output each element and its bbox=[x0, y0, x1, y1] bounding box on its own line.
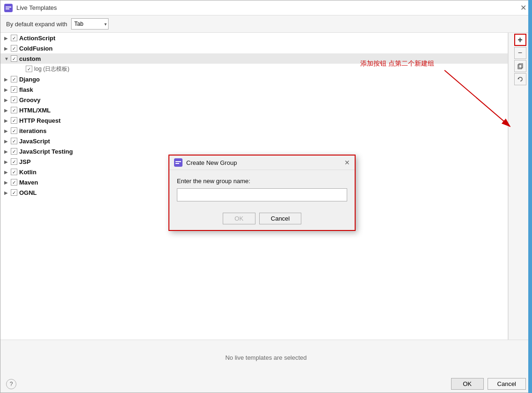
checkbox-javascript[interactable] bbox=[11, 138, 17, 144]
checkbox-coldfusion[interactable] bbox=[11, 45, 17, 52]
expand-arrow-maven: ▶ bbox=[4, 180, 11, 185]
tree-item-actionscript[interactable]: ▶ ActionScript bbox=[0, 33, 508, 43]
svg-rect-11 bbox=[175, 163, 179, 164]
dialog-body: Enter the new group name: bbox=[169, 170, 355, 209]
expand-arrow-jstesting: ▶ bbox=[4, 149, 11, 154]
window-title: Live Templates bbox=[16, 4, 57, 11]
svg-rect-10 bbox=[175, 161, 181, 162]
label-maven: Maven bbox=[19, 179, 38, 186]
tree-item-iterations[interactable]: ▶ iterations bbox=[0, 126, 508, 136]
checkbox-django[interactable] bbox=[11, 76, 17, 82]
svg-rect-3 bbox=[518, 65, 522, 69]
expand-arrow-groovy: ▶ bbox=[4, 97, 11, 103]
expand-arrow-actionscript: ▶ bbox=[4, 36, 11, 41]
checkbox-htmlxml[interactable] bbox=[11, 107, 17, 113]
svg-rect-0 bbox=[4, 4, 13, 12]
title-bar-left: Live Templates bbox=[4, 4, 57, 12]
dialog-buttons: OK Cancel bbox=[169, 209, 355, 230]
copy-icon bbox=[517, 63, 524, 69]
label-log: log (日志模板) bbox=[34, 65, 69, 73]
expand-arrow-httprequest: ▶ bbox=[4, 118, 11, 123]
checkbox-groovy[interactable] bbox=[11, 96, 17, 103]
checkbox-flask[interactable] bbox=[11, 86, 17, 93]
expand-select[interactable]: Tab Enter Space bbox=[71, 18, 109, 30]
undo-button[interactable] bbox=[514, 73, 526, 85]
label-custom: custom bbox=[19, 55, 41, 62]
ok-button[interactable]: OK bbox=[451, 378, 484, 390]
expand-arrow-flask: ▶ bbox=[4, 87, 11, 92]
tree-item-httprequest[interactable]: ▶ HTTP Request bbox=[0, 115, 508, 126]
dialog-title-text: Create New Group bbox=[186, 159, 237, 166]
label-django: Django bbox=[19, 76, 40, 83]
copy-button[interactable] bbox=[514, 60, 526, 72]
toolbar-row: By default expand with Tab Enter Space bbox=[0, 15, 532, 33]
label-ognl: OGNL bbox=[19, 189, 37, 196]
label-groovy: Groovy bbox=[19, 96, 41, 104]
expand-arrow-javascript: ▶ bbox=[4, 139, 11, 144]
expand-select-wrapper[interactable]: Tab Enter Space bbox=[71, 18, 109, 30]
expand-label: By default expand with bbox=[6, 21, 67, 28]
dialog-cancel-button[interactable]: Cancel bbox=[259, 213, 301, 224]
tree-item-django[interactable]: ▶ Django bbox=[0, 74, 508, 84]
bottom-row: ? OK Cancel bbox=[0, 375, 532, 393]
checkbox-jsp[interactable] bbox=[11, 158, 17, 165]
app-icon bbox=[4, 4, 13, 12]
dialog-app-icon bbox=[174, 158, 182, 167]
expand-arrow-django: ▶ bbox=[4, 77, 11, 82]
tree-item-custom[interactable]: ▼ custom bbox=[0, 53, 508, 64]
dialog-label: Enter the new group name: bbox=[177, 178, 347, 185]
tree-item-htmlxml[interactable]: ▶ HTML/XML bbox=[0, 105, 508, 115]
help-button[interactable]: ? bbox=[6, 379, 16, 389]
label-htmlxml: HTML/XML bbox=[19, 107, 51, 114]
tree-item-log[interactable]: log (日志模板) bbox=[0, 64, 508, 74]
remove-button[interactable]: − bbox=[514, 47, 526, 59]
checkbox-maven[interactable] bbox=[11, 179, 17, 185]
label-httprequest: HTTP Request bbox=[19, 117, 61, 124]
tree-item-flask[interactable]: ▶ flask bbox=[0, 84, 508, 95]
expand-arrow-ognl: ▶ bbox=[4, 190, 11, 195]
expand-arrow-htmlxml: ▶ bbox=[4, 108, 11, 113]
checkbox-kotlin[interactable] bbox=[11, 169, 17, 175]
dialog-title-bar: Create New Group ✕ bbox=[169, 156, 355, 170]
expand-arrow-kotlin: ▶ bbox=[4, 170, 11, 175]
expand-arrow-custom: ▼ bbox=[4, 56, 11, 61]
right-color-strip bbox=[528, 0, 532, 393]
expand-arrow-iterations: ▶ bbox=[4, 128, 11, 133]
group-name-input[interactable] bbox=[177, 188, 347, 201]
svg-rect-1 bbox=[6, 7, 11, 7]
checkbox-httprequest[interactable] bbox=[11, 117, 17, 124]
checkbox-custom[interactable] bbox=[11, 55, 17, 62]
tree-item-coldfusion[interactable]: ▶ ColdFusion bbox=[0, 43, 508, 53]
label-actionscript: ActionScript bbox=[19, 35, 55, 42]
checkbox-iterations[interactable] bbox=[11, 127, 17, 134]
cancel-button[interactable]: Cancel bbox=[488, 378, 526, 390]
create-group-dialog: Create New Group ✕ Enter the new group n… bbox=[168, 155, 356, 231]
svg-rect-4 bbox=[519, 64, 523, 68]
svg-rect-9 bbox=[174, 158, 182, 167]
undo-icon bbox=[517, 76, 524, 82]
window-close-button[interactable]: ✕ bbox=[518, 3, 528, 13]
label-iterations: iterations bbox=[19, 127, 47, 134]
label-jstesting: JavaScript Testing bbox=[19, 148, 73, 155]
bottom-area: No live templates are selected ? OK Canc… bbox=[0, 340, 532, 393]
dialog-title-left: Create New Group bbox=[174, 158, 237, 167]
label-javascript: JavaScript bbox=[19, 138, 50, 145]
label-flask: flask bbox=[19, 86, 33, 93]
tree-item-groovy[interactable]: ▶ Groovy bbox=[0, 95, 508, 105]
svg-rect-2 bbox=[6, 8, 9, 9]
expand-arrow-jsp: ▶ bbox=[4, 159, 11, 164]
no-template-message: No live templates are selected bbox=[0, 340, 532, 375]
checkbox-log[interactable] bbox=[26, 66, 32, 72]
dialog-close-button[interactable]: ✕ bbox=[344, 159, 350, 166]
checkbox-jstesting[interactable] bbox=[11, 148, 17, 155]
label-coldfusion: ColdFusion bbox=[19, 45, 53, 52]
label-jsp: JSP bbox=[19, 158, 31, 165]
checkbox-ognl[interactable] bbox=[11, 189, 17, 196]
dialog-ok-button[interactable]: OK bbox=[223, 213, 255, 224]
title-bar: Live Templates ✕ bbox=[0, 0, 532, 15]
add-button[interactable]: + bbox=[514, 34, 526, 46]
tree-item-javascript[interactable]: ▶ JavaScript bbox=[0, 136, 508, 146]
label-kotlin: Kotlin bbox=[19, 169, 36, 176]
expand-arrow-coldfusion: ▶ bbox=[4, 46, 11, 51]
checkbox-actionscript[interactable] bbox=[11, 35, 17, 41]
